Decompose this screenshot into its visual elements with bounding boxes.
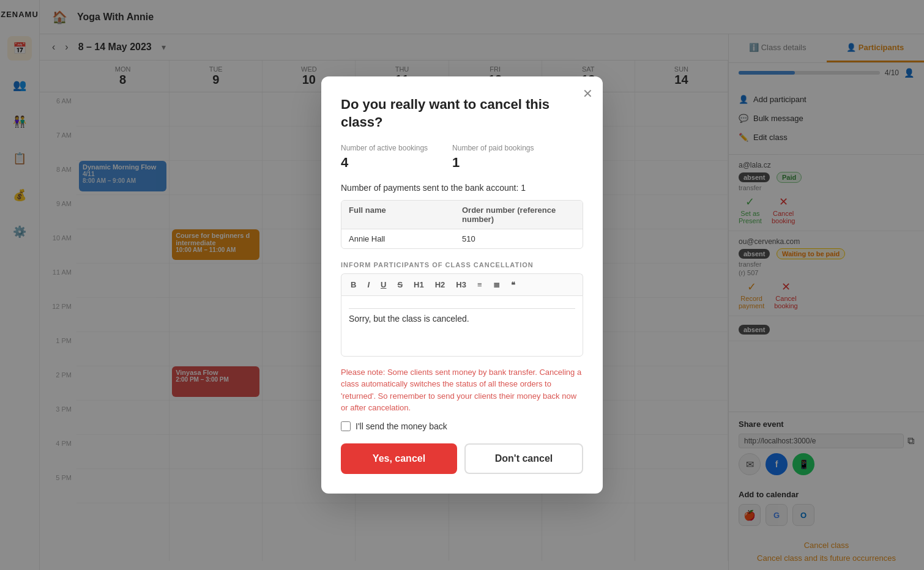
blockquote-button[interactable]: ❝	[507, 278, 520, 292]
active-bookings-value: 4	[341, 155, 428, 171]
paid-bookings-label: Number of paid bookings	[452, 144, 534, 152]
payments-table: Full name Order number (reference number…	[341, 200, 583, 249]
col-order-header: Order number (reference number)	[462, 205, 575, 224]
h3-button[interactable]: H3	[452, 278, 471, 292]
modal-overlay[interactable]: ✕ Do you really want to cancel this clas…	[0, 0, 924, 570]
editor-content: Sorry, but the class is canceled.	[349, 314, 575, 324]
send-money-label[interactable]: I'll send the money back	[356, 421, 447, 431]
cancel-class-modal: ✕ Do you really want to cancel this clas…	[321, 76, 603, 493]
yes-cancel-button[interactable]: Yes, cancel	[341, 443, 457, 474]
inform-label: INFORM PARTICIPANTS OF CLASS CANCELLATIO…	[341, 261, 583, 268]
italic-button[interactable]: I	[363, 278, 374, 292]
bold-button[interactable]: B	[346, 278, 360, 292]
order-number-cell: 510	[462, 234, 575, 243]
editor-divider	[349, 308, 575, 309]
warning-text: Please note: Some clients sent money by …	[341, 366, 583, 414]
active-bookings-stat: Number of active bookings 4	[341, 144, 428, 171]
h2-button[interactable]: H2	[431, 278, 450, 292]
col-fullname-header: Full name	[349, 205, 462, 224]
modal-stats: Number of active bookings 4 Number of pa…	[341, 144, 583, 171]
table-header: Full name Order number (reference number…	[341, 201, 583, 229]
strikethrough-button[interactable]: S	[393, 278, 407, 292]
send-money-checkbox[interactable]	[341, 421, 351, 431]
payments-note: Number of payments sent to the bank acco…	[341, 183, 583, 193]
active-bookings-label: Number of active bookings	[341, 144, 428, 152]
ordered-list-button[interactable]: ≣	[489, 278, 504, 292]
modal-close-button[interactable]: ✕	[583, 86, 593, 101]
table-row: Annie Hall 510	[341, 229, 583, 248]
modal-buttons: Yes, cancel Don't cancel	[341, 443, 583, 474]
editor-toolbar: B I U S H1 H2 H3 ≡ ≣ ❝	[341, 273, 583, 295]
paid-bookings-stat: Number of paid bookings 1	[452, 144, 534, 171]
underline-button[interactable]: U	[376, 278, 390, 292]
send-money-checkbox-row: I'll send the money back	[341, 421, 583, 431]
dont-cancel-button[interactable]: Don't cancel	[464, 443, 583, 474]
modal-title: Do you really want to cancel this class?	[341, 96, 583, 131]
paid-bookings-value: 1	[452, 155, 534, 171]
participant-name-cell: Annie Hall	[349, 234, 462, 243]
h1-button[interactable]: H1	[409, 278, 428, 292]
bullet-list-button[interactable]: ≡	[473, 278, 486, 292]
message-editor[interactable]: Sorry, but the class is canceled.	[341, 295, 583, 357]
